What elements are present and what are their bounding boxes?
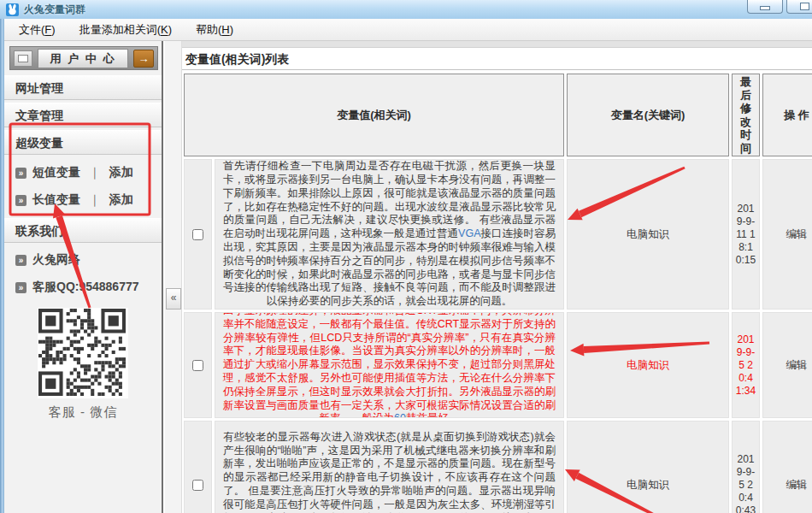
sidebar-section-1[interactable]: 文章管理 [4,103,162,127]
user-center-button[interactable]: 用 户 中 心 [38,49,128,68]
qr-caption: 客服 - 微信 [4,404,162,421]
panel-toggle-button[interactable] [14,50,32,67]
edit-link[interactable]: 编辑 [786,478,808,492]
wechat-qr-code [38,308,128,398]
sidebar-link-7[interactable]: »客服QQ:954886777 [4,275,162,299]
app-window: 火兔变量词群 文件(F)批量添加相关词(K)帮助(H) 用 户 中 心 → 网址… [0,0,812,513]
sidebar-link-label: 客服QQ:954886777 [32,280,139,295]
arrow-bullet-icon: » [15,168,26,179]
sidebar-link-6[interactable]: »火兔网络 [4,248,162,272]
action-cell: 编辑 [762,421,812,513]
menu-item-f[interactable]: 文件(F) [15,21,60,39]
action-cell: 编辑 [762,312,812,418]
sidebar-collapse-strip: « [165,41,182,513]
maximize-icon [800,3,809,10]
variable-value-cell: 首先请仔细检查一下电脑周边是否存在电磁干扰源，然后更换一块显卡，或将显示器接到另… [215,159,564,310]
sidebar-link-3[interactable]: »短值变量｜添加 [4,161,162,185]
add-link[interactable]: 添加 [109,165,133,180]
edit-link[interactable]: 编辑 [786,358,808,373]
menu-bar: 文件(F)批量添加相关词(K)帮助(H) [4,19,812,41]
sidebar-link-label: 长值变量 [32,192,80,208]
row-checkbox[interactable] [192,480,203,491]
arrow-bullet-icon: » [15,255,26,266]
content-top-strip [182,41,812,48]
separator: ｜ [89,192,101,208]
right-arrow-icon[interactable]: → [133,50,154,68]
page-title: 变量值(相关词)列表 [182,48,812,70]
sidebar-link-4[interactable]: »长值变量｜添加 [4,188,162,212]
column-header-0: 变量值(相关词) [184,74,564,156]
window-title: 火兔变量词群 [24,3,85,17]
collapse-sidebar-button[interactable]: « [166,288,181,310]
edit-link[interactable]: 编辑 [786,227,808,242]
sidebar-link-label: 短值变量 [32,165,80,180]
sidebar-section-5[interactable]: 联系我们 [4,218,162,243]
highlighted-term: 60 [394,412,406,418]
minimize-icon [760,6,770,10]
main-content: 变量值(相关词)列表 变量值(相关词)变量名(关键词)最后修改时间操 作首先请仔… [182,41,812,513]
minimize-button[interactable] [747,0,783,14]
sidebar: 用 户 中 心 → 网址管理文章管理超级变量»短值变量｜添加»长值变量｜添加联系… [4,41,163,513]
app-logo-icon [6,3,19,16]
menu-item-k[interactable]: 批量添加相关词(K) [75,21,176,39]
modified-time-cell: 2019-9-11 18:10:15 [732,159,760,310]
sidebar-section-0[interactable]: 网址管理 [4,75,162,100]
modified-time-cell: 2019-9-5 20:41:34 [732,312,760,418]
modified-time-cell: 2019-9-5 20:40:43 [732,421,760,513]
add-link[interactable]: 添加 [109,192,133,208]
arrow-bullet-icon: » [15,195,26,206]
keyword-cell: 电脑知识 [567,159,729,310]
arrow-bullet-icon: » [15,282,26,293]
sidebar-toolbar: 用 户 中 心 → [9,46,158,70]
variable-value-cell: 有些较老的显示器每次进入游戏状态(就是从桌面切换到游戏状态)就会产生很响的“啪啪… [215,421,564,513]
keyword-cell: 电脑知识 [567,312,729,418]
column-header-3: 操 作 [762,74,812,156]
column-header-1: 变量名(关键词) [567,74,729,156]
row-select-cell [184,159,212,310]
row-select-cell [184,421,212,513]
variable-values-table: 变量值(相关词)变量名(关键词)最后修改时间操 作首先请仔细检查一下电脑周边是否… [184,74,812,513]
column-header-2: 最后修改时间 [732,74,760,156]
row-select-cell [184,312,212,418]
variable-value-cell: 由于显示原理的差异，液晶显示器和普通CRT显示器不同，其屏幕分辨率并不能随意设定… [215,312,564,418]
row-checkbox[interactable] [192,229,203,240]
titlebar: 火兔变量词群 [0,0,812,20]
sidebar-section-2[interactable]: 超级变量 [4,130,162,155]
row-checkbox[interactable] [192,360,203,371]
maximize-button[interactable] [786,0,812,14]
sidebar-link-label: 火兔网络 [32,252,80,268]
window-icon [18,55,28,62]
highlighted-term: VGA [458,227,480,239]
keyword-cell: 电脑知识 [567,421,729,513]
action-cell: 编辑 [762,159,812,310]
menu-item-h[interactable]: 帮助(H) [191,21,238,39]
separator: ｜ [89,165,101,180]
qr-section: 客服 - 微信 [4,308,162,421]
